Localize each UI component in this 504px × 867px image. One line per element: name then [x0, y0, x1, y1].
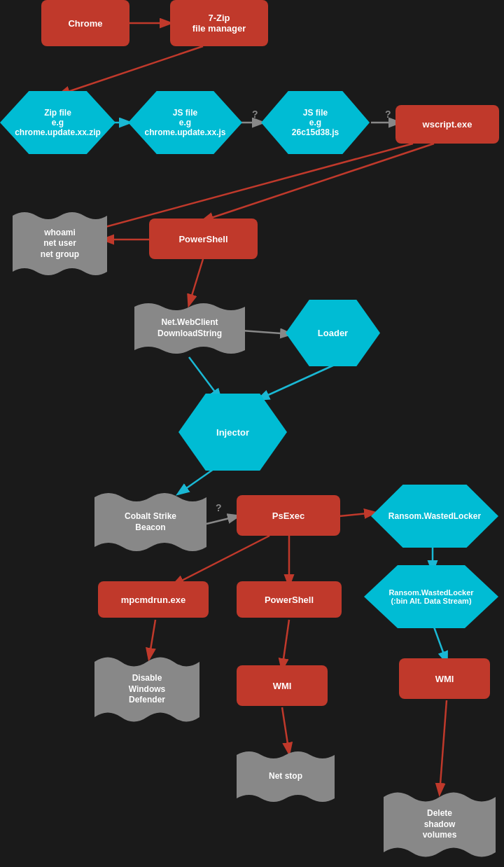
wmi1-node: WMI — [237, 665, 328, 706]
psexec-node: PsExec — [237, 495, 340, 536]
svg-line-23 — [433, 623, 447, 662]
ransom1-node: Ransom.WastedLocker — [371, 485, 498, 548]
powershell1-node: PowerShell — [149, 219, 258, 259]
svg-line-11 — [241, 331, 290, 334]
svg-text:?: ? — [216, 502, 222, 513]
disable-node: Disable Windows Defender — [94, 653, 200, 726]
ransom2-node: Ransom.WastedLocker (:bin Alt. Data Stre… — [364, 565, 498, 628]
injector-node: Injector — [178, 394, 287, 471]
powershell2-node: PowerShell — [237, 581, 342, 618]
svg-text:?: ? — [385, 109, 391, 120]
svg-line-22 — [282, 620, 289, 669]
svg-line-24 — [282, 707, 289, 753]
netwebclient-node: Net.WebClient DownloadString — [134, 300, 245, 357]
wscript-node: wscript.exe — [396, 105, 499, 144]
svg-line-8 — [203, 144, 434, 221]
svg-line-1 — [59, 46, 203, 95]
svg-line-17 — [340, 513, 374, 516]
jsfile2-node: JS file e.g 26c15d38.js — [261, 91, 370, 154]
wmi2-node: WMI — [399, 658, 490, 699]
jsfile1-node: JS file e.g chrome.update.xx.js — [128, 91, 242, 154]
mpcmd-node: mpcmdrun.exe — [98, 581, 209, 618]
cobalt-node: Cobalt Strike Beacon — [94, 489, 206, 555]
attack-diagram: ? ? ? — [0, 0, 504, 867]
svg-line-12 — [259, 364, 336, 399]
whoami-node: whoami net user net group — [13, 209, 107, 279]
netstop-node: Net stop — [237, 748, 335, 805]
zipfile-node: Zip file e.g chrome.update.xx.zip — [0, 91, 115, 154]
svg-text:?: ? — [252, 109, 258, 120]
svg-line-10 — [189, 259, 203, 305]
svg-line-13 — [189, 357, 220, 399]
svg-line-15 — [206, 516, 238, 524]
svg-line-25 — [440, 700, 447, 793]
chrome-node: Chrome — [41, 0, 130, 46]
delshadow-node: Delete shadow volumes — [384, 788, 496, 861]
zip7-node: 7-Zip file manager — [170, 0, 268, 46]
loader-node: Loader — [286, 300, 380, 366]
